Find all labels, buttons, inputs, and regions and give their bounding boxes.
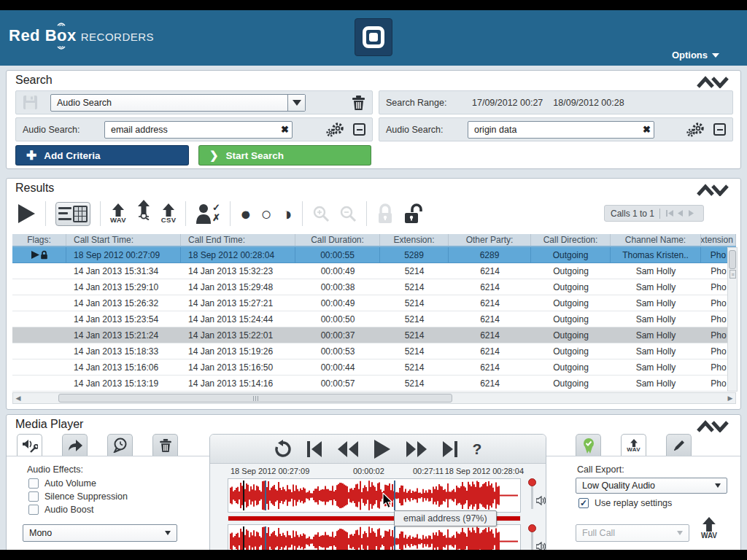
select-dropdown-button[interactable] [287,95,305,111]
unlock-call-icon[interactable] [403,203,424,225]
search-range-to[interactable]: 18/09/2012 00:28 [553,98,624,108]
empty-circle-icon[interactable]: ○ [260,205,271,223]
table-row[interactable]: 14 Jan 2013 15:26:3214 Jan 2013 15:27:21… [12,295,736,311]
export-search-audio-button[interactable]: CSV [136,200,152,228]
panel-collapse-icon[interactable] [697,76,730,88]
zoom-in-icon[interactable] [312,205,330,222]
panel-collapse-icon[interactable] [697,420,730,432]
horizontal-scrollbar[interactable]: ◀ ▶ [12,392,736,404]
export-wav-button[interactable]: WAV [701,517,717,540]
pagination-nav-icons[interactable] [665,209,697,217]
table-row[interactable]: 14 Jan 2013 15:16:0614 Jan 2013 15:16:50… [12,359,736,376]
table-row[interactable]: 14 Jan 2013 15:13:1914 Jan 2013 15:14:16… [12,376,736,392]
delete-search-icon[interactable] [352,95,365,111]
column-header-extension[interactable]: Extension: [380,234,449,246]
tab-export-wav[interactable]: WAV [621,434,646,456]
column-header-channel[interactable]: Channel Name: [611,234,701,246]
scroll-right-arrow[interactable]: ▶ [725,394,735,402]
auto-volume-checkbox-row[interactable]: Auto Volume [28,478,96,489]
results-pagination[interactable]: Calls 1 to 1 [604,205,704,222]
checkbox-unchecked[interactable] [28,505,39,515]
help-button[interactable]: ? [473,440,482,458]
column-header-end[interactable]: Call End Time: [181,234,295,246]
tab-authorise[interactable] [576,434,601,456]
channel-mode-select[interactable]: Mono [23,524,177,542]
silence-suppression-checkbox-row[interactable]: Silence Suppression [28,491,128,502]
audio-search-input-1[interactable] [104,121,293,139]
vertical-scrollbar-grip[interactable]: ≡ [729,270,736,279]
table-row[interactable]: 14 Jan 2013 15:21:2414 Jan 2013 15:22:01… [12,327,736,343]
volume-knob[interactable] [528,524,536,532]
fast-forward-icon[interactable] [406,440,427,458]
panel-collapse-icon[interactable] [697,184,730,196]
column-header-duration[interactable]: Call Duration: [295,234,380,246]
speaker-icon[interactable] [536,542,546,550]
column-header-start[interactable]: Call Start Time: [66,234,181,246]
waveform-channel-2[interactable] [228,524,521,550]
tab-delete-call[interactable] [152,434,178,456]
tab-export-call[interactable] [62,434,88,456]
search-range-from[interactable]: 17/09/2012 00:27 [472,98,543,108]
checkbox-unchecked[interactable] [28,491,39,502]
skip-end-icon[interactable] [442,440,458,458]
hit-marker-2[interactable] [394,526,395,550]
table-row[interactable]: 14 Jan 2013 15:31:3414 Jan 2013 15:32:23… [12,263,736,279]
audio-search-input-2[interactable] [468,121,654,139]
tab-call-annotations[interactable] [107,434,133,456]
speaker-icon[interactable] [536,496,546,505]
start-search-button[interactable]: ❯ Start Search [198,145,371,166]
remove-criteria-button[interactable] [713,123,726,136]
tab-edit[interactable] [666,434,692,456]
waveform-channel-1[interactable] [228,478,521,513]
half-circle-icon[interactable]: ◑ [282,205,293,223]
skip-start-icon[interactable] [306,440,322,458]
select-dropdown-button[interactable] [671,525,689,541]
options-menu[interactable]: Options [672,50,719,61]
horizontal-scrollbar-thumb[interactable] [58,394,452,402]
playhead-marker[interactable] [243,481,244,510]
column-header-otherparty[interactable]: Other Party: [449,234,531,246]
table-row[interactable]: 14 Jan 2013 15:18:3314 Jan 2013 15:19:26… [12,343,736,359]
table-row[interactable]: 14 Jan 2013 15:23:5414 Jan 2013 15:24:44… [12,311,736,327]
save-icon[interactable] [23,95,38,110]
search-settings-gears-icon[interactable] [326,122,345,138]
column-header-extension-name[interactable]: Extension N [701,234,736,246]
audio-boost-checkbox-row[interactable]: Audio Boost [28,505,93,515]
scroll-left-arrow[interactable]: ◀ [13,394,23,402]
play-call-icon[interactable] [17,203,36,225]
column-header-flags[interactable]: Flags: [12,234,66,246]
tab-audio-settings[interactable] [17,434,42,456]
clear-input-icon[interactable]: ✖ [281,124,289,135]
clear-input-icon[interactable]: ✖ [643,124,651,135]
hit-marker-2[interactable] [394,481,395,510]
column-header-direction[interactable]: Call Direction: [531,234,611,246]
hit-marker-1[interactable] [265,526,266,550]
add-criteria-button[interactable]: ✚ Add Criteria [15,145,189,166]
table-row[interactable]: 14 Jan 2013 15:29:1014 Jan 2013 15:29:48… [12,279,736,295]
export-csv-button[interactable]: CSV [161,203,176,224]
volume-knob[interactable] [528,478,536,486]
checkbox-checked[interactable]: ✓ [578,498,589,508]
zoom-out-icon[interactable] [339,205,357,222]
table-row[interactable]: 18 Sep 2012 00:27:0918 Sep 2012 00:28:04… [12,247,736,263]
vertical-scrollbar[interactable]: ≡ [727,247,738,392]
authorise-calls-icon[interactable]: ✓✗ [196,203,220,224]
view-toggle-button[interactable] [55,202,90,226]
saved-search-select[interactable]: Audio Search [50,94,306,112]
select-dropdown-button[interactable] [159,525,177,541]
search-settings-gears-icon[interactable] [686,122,705,138]
export-wav-button[interactable]: WAV [110,203,126,224]
export-quality-select[interactable]: Low Quality Audio [576,478,727,494]
export-range-select[interactable]: Full Call [576,524,689,542]
checkbox-unchecked[interactable] [28,478,39,489]
select-dropdown-button[interactable] [709,478,727,493]
play-icon[interactable] [374,439,391,459]
remove-criteria-button[interactable] [353,123,365,136]
use-replay-settings-row[interactable]: ✓ Use replay settings [578,498,672,508]
replay-icon[interactable] [274,440,292,459]
lock-call-icon[interactable] [376,203,394,225]
vertical-scrollbar-thumb[interactable] [729,250,736,269]
playhead-marker[interactable] [243,526,244,550]
hit-marker-1[interactable] [265,481,266,510]
full-circle-icon[interactable]: ● [240,205,251,223]
